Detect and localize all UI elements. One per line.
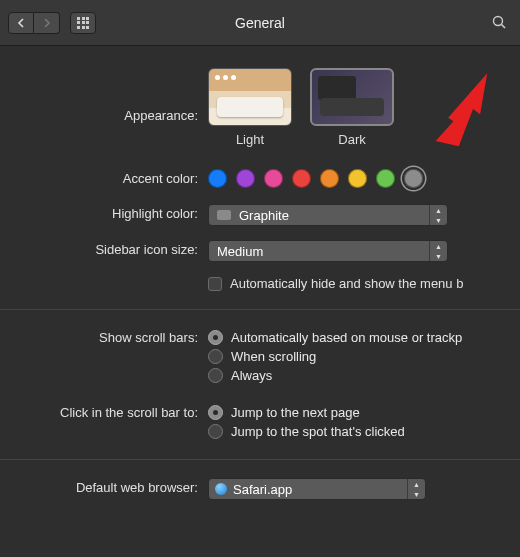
chevron-left-icon — [17, 18, 25, 28]
appearance-label: Appearance: — [0, 68, 208, 123]
radio-label: Automatically based on mouse or trackp — [231, 330, 462, 345]
scrollbar-click-label: Click in the scroll bar to: — [0, 403, 208, 420]
browser-row: Default web browser: Safari.app ▲▼ — [0, 474, 520, 504]
nav-buttons — [8, 12, 60, 34]
browser-value: Safari.app — [233, 482, 292, 497]
svg-line-1 — [501, 25, 505, 29]
back-button[interactable] — [8, 12, 34, 34]
appearance-option-label: Dark — [310, 132, 394, 147]
accent-swatch[interactable] — [292, 169, 311, 188]
svg-point-0 — [493, 17, 502, 26]
stepper-icon: ▲▼ — [429, 205, 447, 225]
chevron-right-icon — [43, 18, 51, 28]
browser-label: Default web browser: — [0, 478, 208, 495]
sidebar-size-label: Sidebar icon size: — [0, 240, 208, 257]
highlight-label: Highlight color: — [0, 204, 208, 221]
search-button[interactable] — [486, 12, 512, 34]
accent-label: Accent color: — [0, 169, 208, 186]
accent-swatch[interactable] — [404, 169, 423, 188]
radio-icon — [208, 349, 223, 364]
accent-swatches — [208, 169, 423, 188]
highlight-row: Highlight color: Graphite ▲▼ — [0, 200, 520, 230]
radio-label: Always — [231, 368, 272, 383]
appearance-option-label: Light — [208, 132, 292, 147]
radio-icon — [208, 330, 223, 345]
stepper-icon: ▲▼ — [429, 241, 447, 261]
appearance-thumbs: Light Dark — [208, 68, 394, 147]
accent-swatch[interactable] — [264, 169, 283, 188]
accent-swatch[interactable] — [348, 169, 367, 188]
appearance-row: Appearance: Light Dark — [0, 64, 520, 151]
toolbar: General — [0, 0, 520, 46]
scrollbars-label: Show scroll bars: — [0, 328, 208, 345]
appearance-option-dark[interactable]: Dark — [310, 68, 394, 147]
accent-row: Accent color: — [0, 165, 520, 192]
sidebar-size-select[interactable]: Medium ▲▼ — [208, 240, 448, 262]
search-icon — [492, 15, 507, 30]
radio-label: Jump to the next page — [231, 405, 360, 420]
radio-icon — [208, 405, 223, 420]
grid-icon — [77, 17, 89, 29]
radio-label: Jump to the spot that's clicked — [231, 424, 405, 439]
menubar-autohide-label: Automatically hide and show the menu b — [230, 276, 463, 291]
stepper-icon: ▲▼ — [407, 479, 425, 499]
accent-swatch[interactable] — [320, 169, 339, 188]
browser-select[interactable]: Safari.app ▲▼ — [208, 478, 426, 500]
accent-swatch[interactable] — [208, 169, 227, 188]
highlight-value: Graphite — [239, 208, 289, 223]
scrollbar-click-option-page[interactable]: Jump to the next page — [208, 405, 520, 420]
safari-icon — [215, 483, 227, 495]
scrollbars-row: Show scroll bars: Automatically based on… — [0, 324, 520, 389]
menubar-row: Automatically hide and show the menu b — [0, 272, 520, 295]
radio-icon — [208, 368, 223, 383]
highlight-select[interactable]: Graphite ▲▼ — [208, 204, 448, 226]
highlight-swatch-icon — [217, 210, 231, 220]
content: Appearance: Light Dark Accent color: Hig… — [0, 46, 520, 504]
show-all-button[interactable] — [70, 12, 96, 34]
scrollbar-click-option-spot[interactable]: Jump to the spot that's clicked — [208, 424, 520, 439]
accent-swatch[interactable] — [376, 169, 395, 188]
light-thumb — [208, 68, 292, 126]
sidebar-size-value: Medium — [217, 244, 263, 259]
scrollbars-option-auto[interactable]: Automatically based on mouse or trackp — [208, 330, 520, 345]
separator — [0, 309, 520, 310]
scrollbars-option-always[interactable]: Always — [208, 368, 520, 383]
menubar-autohide-checkbox[interactable] — [208, 277, 222, 291]
radio-label: When scrolling — [231, 349, 316, 364]
sidebar-size-row: Sidebar icon size: Medium ▲▼ — [0, 236, 520, 266]
forward-button[interactable] — [34, 12, 60, 34]
radio-icon — [208, 424, 223, 439]
dark-thumb — [310, 68, 394, 126]
separator — [0, 459, 520, 460]
scrollbars-option-scrolling[interactable]: When scrolling — [208, 349, 520, 364]
appearance-option-light[interactable]: Light — [208, 68, 292, 147]
accent-swatch[interactable] — [236, 169, 255, 188]
scrollbar-click-row: Click in the scroll bar to: Jump to the … — [0, 399, 520, 445]
